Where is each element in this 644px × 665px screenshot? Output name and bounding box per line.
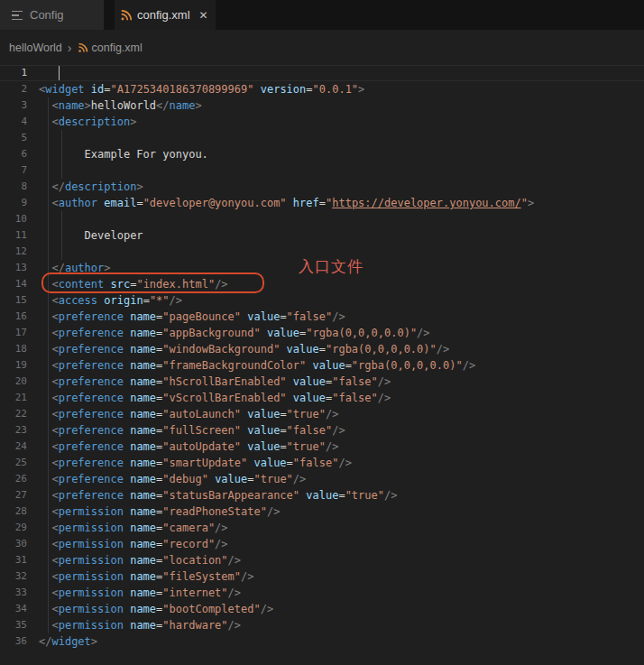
code-line-2[interactable]: 2<widget id="A1725340186370899969" versi… <box>0 81 644 97</box>
code-line-17[interactable]: 17 <preference name="appBackground" valu… <box>0 325 644 341</box>
code-text[interactable]: <preference name="appBackground" value="… <box>29 325 644 341</box>
close-tab-icon[interactable]: ✕ <box>198 9 210 22</box>
code-line-35[interactable]: 35 <permission name="hardware"/> <box>0 617 644 633</box>
code-text[interactable]: <permission name="location"/> <box>29 552 644 568</box>
code-line-20[interactable]: 20 <preference name="hScrollBarEnabled" … <box>0 374 644 390</box>
code-line-34[interactable]: 34 <permission name="bootCompleted"/> <box>0 601 644 617</box>
code-text[interactable]: <preference name="pageBounce" value="fal… <box>29 309 644 325</box>
code-line-23[interactable]: 23 <preference name="fullScreen" value="… <box>0 422 644 439</box>
breadcrumb-item-folder[interactable]: helloWorld <box>9 42 62 54</box>
line-number: 18 <box>0 341 29 357</box>
text-cursor <box>59 66 60 80</box>
code-line-26[interactable]: 26 <preference name="debug" value="true"… <box>0 471 644 487</box>
indent-guide <box>48 325 49 341</box>
tab-label: Config <box>30 8 64 22</box>
code-line-24[interactable]: 24 <preference name="autoUpdate" value="… <box>0 439 644 455</box>
code-text[interactable]: <permission name="bootCompleted"/> <box>29 601 644 617</box>
code-text[interactable]: <preference name="statusBarAppearance" v… <box>29 487 644 503</box>
code-line-1[interactable]: 1 <box>0 65 644 81</box>
code-text[interactable]: <preference name="smartUpdate" value="fa… <box>29 455 644 471</box>
tab-config-xml[interactable]: config.xml ✕ <box>115 0 216 30</box>
code-text[interactable]: <permission name="record"/> <box>29 536 644 552</box>
code-text[interactable]: <preference name="windowBackground" valu… <box>29 341 644 357</box>
code-text[interactable]: <preference name="autoLaunch" value="tru… <box>29 406 644 422</box>
code-line-19[interactable]: 19 <preference name="frameBackgroundColo… <box>0 357 644 374</box>
code-text[interactable]: <content src="index.html"/> <box>29 276 644 292</box>
code-line-14[interactable]: 14 <content src="index.html"/> <box>0 276 644 292</box>
code-text[interactable]: <permission name="camera"/> <box>29 520 644 536</box>
code-line-27[interactable]: 27 <preference name="statusBarAppearance… <box>0 487 644 503</box>
code-text[interactable]: <permission name="internet"/> <box>29 585 644 601</box>
code-text[interactable] <box>29 162 644 179</box>
code-text[interactable]: <preference name="frameBackgroundColor" … <box>29 357 644 374</box>
code-line-33[interactable]: 33 <permission name="internet"/> <box>0 585 644 601</box>
indent-guide <box>48 439 49 455</box>
code-text[interactable] <box>29 130 644 146</box>
line-number: 3 <box>0 97 29 114</box>
indent-guide <box>48 309 49 325</box>
code-line-22[interactable]: 22 <preference name="autoLaunch" value="… <box>0 406 644 422</box>
line-number: 23 <box>0 422 29 439</box>
code-text[interactable]: <permission name="hardware"/> <box>29 617 644 633</box>
code-line-11[interactable]: 11 Developer <box>0 227 644 244</box>
code-text[interactable]: <permission name="readPhoneState"/> <box>29 503 644 520</box>
code-text[interactable]: <preference name="autoUpdate" value="tru… <box>29 439 644 455</box>
line-number: 5 <box>0 130 29 146</box>
code-line-3[interactable]: 3 <name>helloWorld</name> <box>0 97 644 114</box>
code-text[interactable]: <access origin="*"/> <box>29 292 644 309</box>
code-text[interactable]: </description> <box>29 179 644 195</box>
code-text[interactable]: <preference name="debug" value="true"/> <box>29 471 644 487</box>
code-line-29[interactable]: 29 <permission name="camera"/> <box>0 520 644 536</box>
code-line-28[interactable]: 28 <permission name="readPhoneState"/> <box>0 503 644 520</box>
code-text[interactable]: </widget> <box>29 633 644 650</box>
code-line-25[interactable]: 25 <preference name="smartUpdate" value=… <box>0 455 644 471</box>
line-number: 7 <box>0 162 29 179</box>
code-text[interactable]: <preference name="vScrollBarEnabled" val… <box>29 390 644 406</box>
indent-guide <box>61 211 62 227</box>
code-line-21[interactable]: 21 <preference name="vScrollBarEnabled" … <box>0 390 644 406</box>
code-line-4[interactable]: 4 <description> <box>0 114 644 130</box>
line-number: 22 <box>0 406 29 422</box>
code-line-31[interactable]: 31 <permission name="location"/> <box>0 552 644 568</box>
line-number: 12 <box>0 244 29 260</box>
code-text[interactable]: <permission name="fileSystem"/> <box>29 568 644 585</box>
line-number: 13 <box>0 260 29 276</box>
code-line-9[interactable]: 9 <author email="developer@yonyou.com" h… <box>0 195 644 211</box>
line-number: 27 <box>0 487 29 503</box>
code-line-18[interactable]: 18 <preference name="windowBackground" v… <box>0 341 644 357</box>
code-text[interactable]: <description> <box>29 114 644 130</box>
code-line-30[interactable]: 30 <permission name="record"/> <box>0 536 644 552</box>
code-text[interactable] <box>29 211 644 227</box>
code-text[interactable]: <name>helloWorld</name> <box>29 97 644 114</box>
line-number: 32 <box>0 568 29 585</box>
line-number: 10 <box>0 211 29 227</box>
code-line-7[interactable]: 7 <box>0 162 644 179</box>
code-line-10[interactable]: 10 <box>0 211 644 227</box>
line-number: 35 <box>0 617 29 633</box>
line-number: 28 <box>0 503 29 520</box>
indent-guide <box>48 374 49 390</box>
code-text[interactable]: Example For yonyou. <box>29 146 644 162</box>
code-line-5[interactable]: 5 <box>0 130 644 146</box>
editor-lines[interactable]: 12<widget id="A1725340186370899969" vers… <box>0 65 644 650</box>
annotation-label: 入口文件 <box>299 256 363 277</box>
tab-config[interactable]: Config <box>0 0 104 30</box>
indent-guide <box>48 552 49 568</box>
code-text[interactable]: <author email="developer@yonyou.com" hre… <box>29 195 644 211</box>
code-text[interactable]: <widget id="A1725340186370899969" versio… <box>29 81 644 97</box>
code-text[interactable]: Developer <box>29 227 644 244</box>
code-text[interactable]: <preference name="hScrollBarEnabled" val… <box>29 374 644 390</box>
code-text[interactable] <box>29 65 644 81</box>
code-line-32[interactable]: 32 <permission name="fileSystem"/> <box>0 568 644 585</box>
code-line-15[interactable]: 15 <access origin="*"/> <box>0 292 644 309</box>
code-line-16[interactable]: 16 <preference name="pageBounce" value="… <box>0 309 644 325</box>
list-settings-icon <box>12 10 23 21</box>
code-line-36[interactable]: 36</widget> <box>0 633 644 650</box>
code-line-8[interactable]: 8 </description> <box>0 179 644 195</box>
indent-guide <box>48 227 49 244</box>
breadcrumb-item-file[interactable]: config.xml <box>92 42 143 54</box>
indent-guide <box>48 341 49 357</box>
editor[interactable]: 12<widget id="A1725340186370899969" vers… <box>0 65 644 665</box>
code-line-6[interactable]: 6 Example For yonyou. <box>0 146 644 162</box>
code-text[interactable]: <preference name="fullScreen" value="fal… <box>29 422 644 439</box>
